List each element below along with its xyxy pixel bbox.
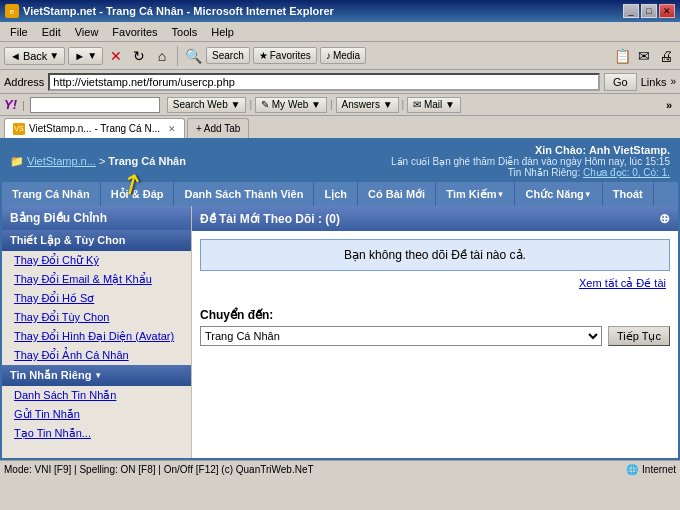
tab-favicon: VS [13, 123, 25, 135]
sidebar-link-ho-so[interactable]: Thay Đổi Hồ Sơ [2, 289, 191, 308]
nav-thoat[interactable]: Thoát [603, 182, 654, 206]
breadcrumb-current: Trang Cá Nhân [108, 155, 186, 167]
tin-nhan-arrow-icon: ▼ [94, 371, 102, 380]
sidebar-section-tin-nhan[interactable]: Tin Nhắn Riêng ▼ [2, 365, 191, 386]
search-button[interactable]: 🔍 [183, 46, 203, 66]
view-all-row: Xem tất cả Đề tài [200, 275, 670, 292]
back-button[interactable]: ◄ Back ▼ [4, 47, 65, 65]
sidebar-link-tuy-chon[interactable]: Thay Đổi Tùy Chon [2, 308, 191, 327]
nav-hoi-dap[interactable]: Hỏi & Đáp [101, 182, 175, 206]
yahoo-expand-button[interactable]: » [662, 99, 676, 111]
menu-file[interactable]: File [4, 25, 34, 39]
refresh-button[interactable]: ↻ [129, 46, 149, 66]
menu-tools[interactable]: Tools [166, 25, 204, 39]
add-tab-label: Add Tab [204, 123, 241, 134]
chuyen-den-label: Chuyển đến: [200, 308, 670, 322]
topics-header: Đề Tài Mới Theo Dõi : (0) ⊕ [192, 206, 678, 231]
nav-co-bai-moi[interactable]: Có Bài Mới [358, 182, 436, 206]
favorites-icon: ★ [259, 50, 268, 61]
chuyen-den-select[interactable]: Trang Cá Nhân [200, 326, 602, 346]
no-topics-message: Bạn không theo dõi Đề tài nào cả. [200, 239, 670, 271]
home-icon: ⌂ [158, 48, 166, 64]
back-icon: ◄ [10, 50, 21, 62]
window-title: VietStamp.net - Trang Cá Nhân - Microsof… [23, 5, 334, 17]
page-header: 📁 VietStamp.n... > Trang Cá Nhân Xin Chà… [2, 140, 678, 182]
sidebar: Bảng Điều Chỉnh Thiết Lập & Tùy Chon Tha… [2, 206, 192, 458]
mail-icon: ✉ [638, 48, 650, 64]
address-input[interactable] [48, 73, 600, 91]
yahoo-sep2: | [330, 99, 333, 110]
main-content: Đề Tài Mới Theo Dõi : (0) ⊕ Bạn không th… [192, 206, 678, 458]
history-button[interactable]: 📋 [612, 46, 632, 66]
sidebar-link-tao[interactable]: Tạo Tin Nhắn... [2, 424, 191, 443]
view-all-link[interactable]: Xem tất cả Đề tài [579, 277, 666, 289]
links-expand-icon[interactable]: » [670, 76, 676, 87]
current-tab[interactable]: VS VietStamp.n... - Trang Cá N... ✕ [4, 118, 185, 138]
menu-edit[interactable]: Edit [36, 25, 67, 39]
internet-zone-icon: 🌐 [625, 463, 639, 477]
menu-favorites[interactable]: Favorites [106, 25, 163, 39]
main-layout: Bảng Điều Chỉnh Thiết Lập & Tùy Chon Tha… [2, 206, 678, 458]
sidebar-link-gui[interactable]: Gửi Tin Nhắn [2, 405, 191, 424]
yahoo-search-input[interactable] [30, 97, 160, 113]
media-label: Media [333, 50, 360, 61]
address-bar: Address Go Links » [0, 70, 680, 94]
home-button[interactable]: ⌂ [152, 46, 172, 66]
collapse-icon[interactable]: ⊕ [659, 211, 670, 226]
search-toolbar-btn[interactable]: Search [206, 47, 250, 64]
yahoo-separator: | [22, 99, 25, 111]
sidebar-link-avatar[interactable]: Thay Đổi Hình Đại Diện (Avatar) [2, 327, 191, 346]
status-bar: Mode: VNI [F9] | Spelling: ON [F8] | On/… [0, 460, 680, 478]
toolbar-separator [177, 46, 178, 66]
nav-danh-sach[interactable]: Danh Sách Thành Viên [174, 182, 314, 206]
print-button[interactable]: 🖨 [656, 46, 676, 66]
header-greeting-section: Xin Chào: Anh VietStamp. Lần cuối Bạn gh… [391, 144, 670, 178]
close-button[interactable]: ✕ [659, 4, 675, 18]
menu-help[interactable]: Help [205, 25, 240, 39]
forward-arrow-icon: ▼ [87, 50, 97, 61]
sidebar-link-anh[interactable]: Thay Đổi Ảnh Cá Nhân [2, 346, 191, 365]
add-tab-button[interactable]: + Add Tab [187, 118, 249, 138]
chuyen-den-section: Chuyển đến: Trang Cá Nhân Tiếp Tục [192, 300, 678, 354]
add-tab-icon: + [196, 123, 202, 134]
tiep-tuc-button[interactable]: Tiếp Tục [608, 326, 670, 346]
nav-trang-ca-nhan[interactable]: Trang Cá Nhân [2, 182, 101, 206]
breadcrumb: 📁 VietStamp.n... > Trang Cá Nhân [10, 155, 186, 168]
minimize-button[interactable]: _ [623, 4, 639, 18]
sidebar-link-email[interactable]: Thay Đổi Email & Mật Khẩu [2, 270, 191, 289]
breadcrumb-home-link[interactable]: VietStamp.n... [27, 155, 96, 167]
menu-view[interactable]: View [69, 25, 105, 39]
nav-lich[interactable]: Lịch [314, 182, 358, 206]
title-bar: e VietStamp.net - Trang Cá Nhân - Micros… [0, 0, 680, 22]
menu-bar: File Edit View Favorites Tools Help [0, 22, 680, 42]
nav-chuc-nang[interactable]: Chức Năng [515, 182, 602, 206]
mail-toolbar-button[interactable]: ✉ Mail ▼ [407, 97, 461, 113]
forward-button[interactable]: ► ▼ [68, 47, 103, 65]
close-tab-button[interactable]: ✕ [168, 124, 176, 134]
history-icon: 📋 [614, 48, 631, 64]
my-web-button[interactable]: ✎ My Web ▼ [255, 97, 327, 113]
back-label: Back [23, 50, 47, 62]
yahoo-sep3: | [402, 99, 405, 110]
media-button[interactable]: ♪ Media [320, 47, 366, 64]
window-icon: e [5, 4, 19, 18]
mail-button[interactable]: ✉ [634, 46, 654, 66]
search-label: Search [212, 50, 244, 61]
go-button[interactable]: Go [604, 73, 637, 91]
greeting-text: Xin Chào: Anh VietStamp. [391, 144, 670, 156]
private-msg-link[interactable]: Chưa đọc: 0, Có: 1. [583, 167, 670, 178]
browser-content: 📁 VietStamp.n... > Trang Cá Nhân Xin Chà… [0, 140, 680, 460]
sidebar-link-danh-sach[interactable]: Danh Sách Tin Nhắn [2, 386, 191, 405]
maximize-button[interactable]: □ [641, 4, 657, 18]
search-web-button[interactable]: Search Web ▼ [167, 97, 247, 113]
nav-tim-kiem[interactable]: Tìm Kiếm [436, 182, 515, 206]
tin-nhan-label: Tin Nhắn Riêng [10, 369, 91, 382]
breadcrumb-sep: > [99, 155, 105, 167]
last-visit-text: Lần cuối Bạn ghé thăm Diễn đàn vào ngày … [391, 156, 670, 167]
sidebar-section-thiet-lap[interactable]: Thiết Lập & Tùy Chon [2, 230, 191, 251]
favorites-button[interactable]: ★ Favorites [253, 47, 317, 64]
sidebar-link-chu-ky[interactable]: Thay Đổi Chữ Ký [2, 251, 191, 270]
answers-button[interactable]: Answers ▼ [336, 97, 399, 113]
stop-button[interactable]: ✕ [106, 46, 126, 66]
back-arrow-icon: ▼ [49, 50, 59, 61]
